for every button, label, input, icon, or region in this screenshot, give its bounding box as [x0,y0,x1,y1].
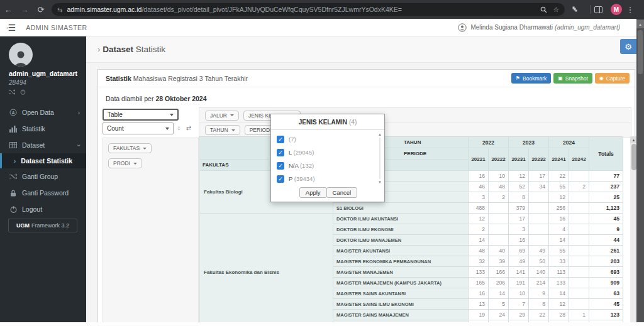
prodi-cell: MAGISTER AKUNTANSI [333,246,469,256]
browser-reload-icon[interactable]: ⟳ [33,5,49,14]
page-scroll-up-icon[interactable]: ▲ [636,20,644,28]
browser-back-icon[interactable]: ← [0,5,16,14]
extensions-icon[interactable] [570,6,586,13]
year-header[interactable]: 2024 [549,137,589,148]
sidebar-item-dataset[interactable]: Dataset› [0,137,86,153]
year-header[interactable]: 2023 [509,137,549,148]
value-cell: 14 [489,288,509,299]
breadcrumb-arrow: › [97,45,101,54]
period-header[interactable]: 20221 [469,148,489,171]
value-cell: 2 [469,224,489,235]
value-cell [569,235,589,246]
row-attributes-area: FAKULTASPRODI [103,138,199,323]
year-header[interactable]: 2022 [469,137,509,148]
sidebar-item-label: Logout [22,205,42,213]
value-cell: 256 [549,203,569,214]
value-cell: 206 [489,278,509,288]
settings-cogs-button[interactable]: ⚙ [620,39,636,54]
sidebar-toggle-icon[interactable]: ‹☰ [6,23,16,32]
checkbox-checked-icon[interactable]: ✓ [277,136,284,143]
browser-toolbar: ← → ⟳ ⇆ admin.simaster.ugm.ac.id/dataset… [0,0,644,19]
page-scrollbar-thumb[interactable] [638,30,643,74]
filter-option[interactable]: ✓N/A (132) [277,159,386,172]
sidebar-item-label: Dataset Statistik [21,157,72,165]
value-cell: 4 [549,224,569,235]
sidebar-username: admin_ugm_datamart [9,70,77,77]
total-cell: 203 [589,256,623,267]
framework-version: UGMFramework 3.2 [8,219,77,232]
value-cell [529,235,549,246]
value-cell: 55 [549,182,569,192]
zoom-icon[interactable] [540,6,547,13]
value-cell: 17 [509,214,529,224]
value-cell: 24 [489,310,509,320]
value-cell: 12 [549,192,569,203]
snapshot-button[interactable]: ▣Snapshot [553,73,592,84]
period-header[interactable]: 20222 [489,148,509,171]
aggregator-select[interactable]: Count [103,122,174,134]
card-title: Statistik Mahasiswa Registrasi 3 Tahun T… [106,75,248,82]
value-cell: 3 [469,192,489,203]
period-header[interactable]: 20232 [529,148,549,171]
checkbox-checked-icon[interactable]: ✓ [277,162,284,170]
user-power-icon[interactable] [20,89,26,95]
sidebar-item-logout[interactable]: Logout [0,201,86,217]
user-shuffle-icon[interactable] [9,89,15,95]
value-cell: 166 [489,267,509,278]
aggregator-order-icons[interactable]: ↕ ⇄ [177,124,193,131]
period-header[interactable]: 20242 [569,148,589,171]
value-cell: 33 [549,256,569,267]
header-user-menu[interactable]: Melinda Sugiana Dharmawati (admin_ugm_da… [458,23,620,32]
capture-button[interactable]: ◉Capture [595,73,630,84]
address-bar[interactable]: ⇆ admin.simaster.ugm.ac.id/dataset/ds_pi… [52,3,565,16]
page-scrollbar[interactable]: ▲ [636,19,644,322]
value-cell: 10 [509,288,529,299]
value-cell [489,203,509,214]
browser-forward-icon[interactable]: → [16,5,33,14]
bookmark-star-icon[interactable]: ☆ [553,6,559,14]
value-cell: 141 [509,267,529,278]
side-panel-icon[interactable] [594,6,611,13]
scrollbar-thumb[interactable] [631,144,636,170]
filter-scroll-down-icon[interactable]: ▼ [377,180,382,184]
filter-option[interactable]: ✓(7) [277,133,386,146]
sidebar-item-ganti-password[interactable]: Ganti Password [0,185,86,201]
filter-options-list: ✓(7)✓L (29045)✓N/A (132)✓P (39434) [271,130,386,185]
period-header[interactable]: 20231 [509,148,529,171]
attr-pill-jalur[interactable]: JALUR [205,111,239,121]
value-cell: 49 [529,246,549,256]
sidebar-item-open-data[interactable]: AOpen Data› [0,104,86,121]
total-cell: 909 [589,278,623,288]
shuffle-icon [9,173,18,180]
filter-scroll-up-icon[interactable]: ▲ [377,133,382,136]
filter-option[interactable]: ✓L (29045) [277,146,386,159]
sidebar-item-statistik[interactable]: Statistik [0,121,86,137]
value-cell: 22 [529,310,549,320]
filter-list-scrollbar[interactable]: ▲ ▼ [377,133,382,184]
data-date-note: Data diambil per 28 Oktober 2024 [106,95,207,102]
value-cell: 8 [529,299,549,310]
attr-pill-tahun[interactable]: TAHUN [205,125,240,135]
value-cell [569,267,589,278]
sidebar-item-label: Open Data [22,109,54,116]
renderer-select[interactable]: Table [103,109,179,121]
value-cell [569,224,589,235]
apply-button[interactable]: Apply [299,187,327,198]
attr-pill-prodi[interactable]: PRODI [108,158,142,168]
cancel-button[interactable]: Cancel [326,187,358,198]
attr-pill-fakultas[interactable]: FAKULTAS [108,143,152,153]
period-header[interactable]: 20241 [549,148,569,171]
bookmark-button[interactable]: ⚑Bookmark [511,73,551,84]
bookmark-icon: ⚑ [516,75,520,81]
value-cell: 29 [509,310,529,320]
value-cell: 113 [549,267,569,278]
browser-menu-icon[interactable]: ⋮ [622,5,638,14]
site-settings-icon[interactable]: ⇆ [57,6,62,13]
filter-option-label: N/A (132) [289,162,314,169]
checkbox-checked-icon[interactable]: ✓ [277,175,284,183]
sidebar-item-dataset-statistik[interactable]: ›Dataset Statistik [0,153,86,168]
browser-profile-avatar[interactable]: M [611,4,622,15]
checkbox-checked-icon[interactable]: ✓ [277,149,284,156]
filter-option[interactable]: ✓P (39434) [277,172,386,185]
sidebar-item-ganti-group[interactable]: Ganti Group [0,168,86,185]
